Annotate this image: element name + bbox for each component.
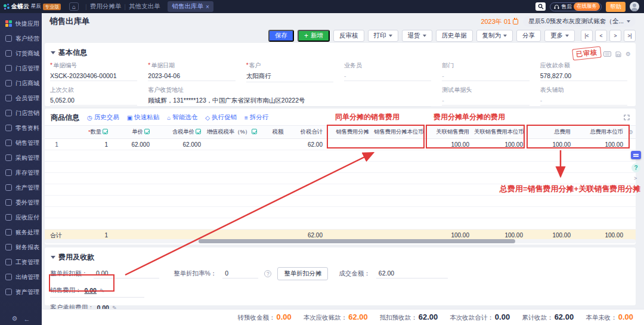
keyboard-icon[interactable] — [603, 51, 611, 57]
unaudit-button[interactable]: 反审核 — [333, 30, 364, 42]
sidebar-item-inventory-mgmt[interactable]: 库存管理 — [0, 165, 42, 180]
field-customer[interactable]: 客户 太阳商行 — [246, 61, 333, 82]
table-row[interactable]: 1 1 62.000 62.000 62.00 100.00 100.00 10… — [45, 139, 636, 150]
field-salesman[interactable]: 业务员 - — [344, 61, 431, 82]
collapse-section-icon[interactable] — [51, 51, 55, 54]
sidebar-item-outsourcing-mgmt[interactable]: 委外管理 — [0, 195, 42, 210]
help-button[interactable]: 帮助 — [606, 2, 626, 12]
split-row-link[interactable]: ≡拆分行 — [244, 113, 268, 122]
after-sales-service-button[interactable]: 售后 在线服务 — [550, 2, 602, 11]
clock-icon: ◷ — [87, 114, 92, 121]
question-mark-icon[interactable]: ? — [264, 270, 271, 277]
save-button[interactable]: 保存 — [268, 30, 294, 42]
tab-other-expense[interactable]: 其他支出单 — [129, 2, 160, 11]
sidebar-item-production-mgmt[interactable]: 生产管理 — [0, 180, 42, 195]
tab-sales-outbound[interactable]: 销售出库单 × — [168, 1, 213, 12]
sidebar-item-store-marketing[interactable]: 门店营销 — [0, 106, 42, 120]
last-record-icon[interactable]: >| — [624, 30, 636, 42]
table-row-empty[interactable] — [45, 162, 636, 173]
field-shipping-address[interactable]: 客户收货地址 顾城辉，131*****123，中国广东省深圳市南山区20222号 — [148, 86, 431, 107]
horizontal-scrollbar[interactable] — [45, 239, 636, 243]
field-label: 单据日期 — [148, 61, 235, 70]
warehouse-icon: ⌂ — [167, 114, 171, 121]
accounting-icon — [5, 229, 12, 236]
section-settings-icon[interactable]: ⚙ — [626, 51, 631, 57]
discount-share-button[interactable]: 整单折扣分摊 — [277, 267, 328, 280]
close-tab-icon[interactable]: × — [206, 4, 209, 10]
table-row-empty[interactable] — [45, 196, 636, 207]
search-icon[interactable] — [535, 2, 546, 11]
edit-pencil-icon[interactable]: ✎ — [100, 287, 104, 294]
copy-as-button[interactable]: 复制为 — [476, 30, 513, 42]
sidebar-item-store-mgmt[interactable]: 门店管理 — [0, 61, 42, 76]
field-bill-no[interactable]: 单据编号 XSCK-20230406-00001 — [50, 61, 137, 82]
sidebar-item-accounting[interactable]: 账务处理 — [0, 225, 42, 240]
sidebar-item-purchase-mgmt[interactable]: 采购管理 — [0, 150, 42, 165]
home-icon[interactable]: ⌂ — [69, 2, 79, 11]
table-row-empty[interactable] — [45, 218, 636, 230]
more-button[interactable]: 更多 — [544, 30, 575, 42]
sidebar-item-financial-report[interactable]: 财务报表 — [0, 240, 42, 255]
refund-button[interactable]: 退货 — [402, 30, 432, 42]
field-receivable-balance: 应收款余额 578,827.00 — [540, 61, 627, 82]
discount-amount-input[interactable]: 0.00 — [94, 269, 159, 278]
save-layout-icon[interactable] — [615, 51, 621, 57]
grid-settings-gear-icon[interactable]: ⚙ — [626, 126, 636, 139]
user-avatar[interactable] — [630, 2, 639, 11]
scrollbar-thumb[interactable] — [199, 239, 515, 243]
accounting-period[interactable]: 2023年 01 — [481, 17, 518, 26]
sidebar-item-label: 订货商城 — [16, 49, 39, 58]
quick-paste-link[interactable]: ▣快速粘贴 — [127, 113, 159, 122]
smart-warehouse-link[interactable]: ⌂智能选仓 — [167, 113, 197, 122]
table-row-empty[interactable] — [45, 173, 636, 184]
field-department[interactable]: 部门 - — [442, 61, 529, 82]
field-bill-date[interactable]: 单据日期 2023-04-06 — [148, 61, 235, 82]
tab-fee-allocation[interactable]: 费用分摊单 — [90, 2, 122, 11]
sidebar-item-sales-mgmt[interactable]: 销售管理 — [0, 135, 42, 150]
feedback-chat-icon[interactable] — [631, 151, 641, 159]
add-new-button[interactable]: +新增 — [298, 30, 330, 42]
items-title: 商品信息 — [51, 113, 79, 123]
table-row-empty[interactable] — [45, 184, 636, 196]
field-label: 客户收货地址 — [148, 86, 431, 94]
sidebar-item-cashier[interactable]: 出纳管理 — [0, 270, 42, 284]
sidebar-item-asset-mgmt[interactable]: 资产管理 — [0, 284, 42, 299]
sidebar-item-label: 库存管理 — [16, 169, 39, 177]
first-record-icon[interactable]: |< — [581, 30, 593, 42]
collapse-section-icon[interactable] — [51, 256, 55, 259]
run-promotion-link[interactable]: ◇执行促销 — [205, 113, 237, 122]
floating-help-icon[interactable]: ? — [631, 163, 640, 172]
items-table[interactable]: *数量 单价 含税单价 增值税税率（%） 税额 价税合计 销售费用分摊 销售费用… — [45, 125, 636, 242]
share-button[interactable]: 分享 — [516, 30, 541, 42]
sidebar-item-customer[interactable]: 客户经营 — [0, 31, 42, 46]
settings-gear-icon[interactable]: ⚙ — [12, 315, 18, 323]
sidebar-item-payroll[interactable]: 工资管理 — [0, 255, 42, 270]
collapse-sidebar-icon[interactable]: ← — [23, 315, 30, 323]
table-row-empty[interactable] — [45, 207, 636, 218]
sidebar-item-member[interactable]: 会员管理 — [0, 91, 42, 106]
expand-grid-icon[interactable] — [624, 112, 630, 123]
sales-fee-value[interactable]: 0.00 — [85, 287, 97, 294]
account-set-selector[interactable]: 星辰5.0预发布灰度测试账套（全... — [523, 16, 636, 27]
sidebar-item-ar-ap[interactable]: 应收应付 — [0, 210, 42, 225]
next-record-icon[interactable]: > — [609, 30, 621, 42]
add-label: 新增 — [311, 32, 323, 40]
sidebar-item-quick-apps[interactable]: 快捷应用 — [0, 16, 42, 31]
collapse-widgets-icon[interactable]: > — [634, 175, 637, 181]
history-trade-link[interactable]: ◷历史交易 — [87, 113, 119, 122]
online-service-badge: 在线服务 — [574, 2, 600, 11]
field-value: - — [540, 95, 627, 106]
discount-rate-input[interactable]: 0 — [222, 269, 258, 278]
sales-fee-row[interactable]: 销售费用： 0.00 ✎ — [50, 286, 144, 298]
field-test-header[interactable]: 测试单据头 - — [442, 86, 529, 107]
history-button[interactable]: 历史单据 — [436, 30, 473, 42]
sidebar-item-order-mall[interactable]: 订货商城 — [0, 46, 42, 61]
sidebar-item-retail-data[interactable]: 零售资料 — [0, 120, 42, 135]
sidebar-item-store-mall[interactable]: 门店商城 — [0, 76, 42, 91]
col-fee-share-base: 销售费用分摊本位币 — [371, 126, 424, 139]
table-row-empty[interactable] — [45, 150, 636, 162]
service-label: 售后 — [561, 3, 572, 11]
print-button[interactable]: 打印 — [368, 30, 398, 42]
prev-record-icon[interactable]: < — [595, 30, 607, 42]
field-header-aux[interactable]: 表头辅助 - — [540, 86, 627, 107]
